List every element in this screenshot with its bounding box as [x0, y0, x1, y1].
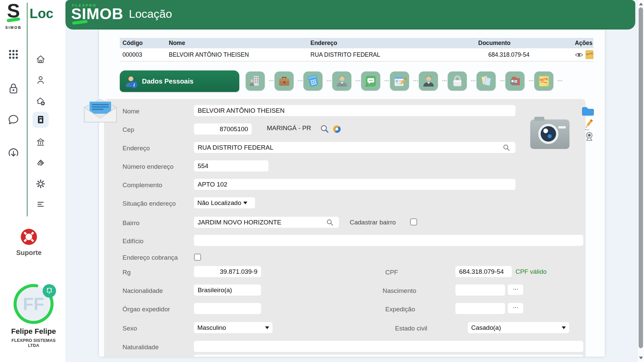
id-card-tab[interactable] [505, 71, 525, 91]
tab-overflow-dots [442, 80, 443, 81]
cadastrar-bairro-checkbox[interactable] [410, 218, 417, 225]
scroll-down-arrow-icon[interactable] [639, 357, 643, 359]
lock-button[interactable] [6, 81, 21, 96]
sexo-value: Masculino [197, 324, 226, 331]
person-info-icon: i [124, 74, 139, 90]
sidebar-item-document[interactable] [33, 112, 49, 128]
padlock-tab[interactable] [448, 71, 467, 91]
eye-icon[interactable] [575, 52, 583, 58]
briefcase-icon [278, 74, 291, 88]
tab-overflow-dots [500, 80, 501, 81]
situacao-endereco-select[interactable]: Não Localizado [194, 197, 255, 208]
nacionalidade-input[interactable] [194, 285, 261, 296]
col-nome: Nome [166, 40, 308, 47]
cep-locate-icon[interactable] [333, 125, 341, 134]
tab-overflow-dots [413, 80, 414, 81]
simob-logo[interactable]: S SIMOB [3, 1, 24, 30]
papers-icon [480, 74, 493, 88]
padlock-icon [451, 74, 464, 88]
sidebar-item-bank[interactable] [33, 134, 49, 150]
scroll-up-arrow-icon[interactable] [639, 3, 643, 5]
complemento-input[interactable] [194, 179, 515, 190]
estado-civil-select[interactable]: Casado(a) [468, 322, 569, 333]
form-pencil-tab[interactable] [390, 71, 409, 91]
orgao-expedidor-input[interactable] [194, 303, 261, 314]
support-button[interactable]: Suporte [9, 228, 48, 257]
scrollbar-thumb[interactable] [639, 7, 643, 348]
notification-badge[interactable] [43, 284, 56, 298]
papers-tab[interactable] [477, 71, 496, 91]
tab-active-label: Dados Pessoais [142, 77, 193, 85]
cpf-input[interactable] [455, 266, 512, 277]
expedicao-picker-button[interactable]: ... [508, 303, 523, 313]
pencil-icon[interactable] [583, 118, 595, 131]
person-suit-tab[interactable] [332, 71, 351, 91]
building-person-icon [249, 74, 262, 88]
user-name: Felipe Felipe [10, 327, 57, 336]
col-acoes: Ações [572, 40, 593, 47]
tab-overflow-dots [269, 80, 270, 81]
cep-input[interactable] [194, 123, 252, 135]
sidebar-item-settings[interactable] [33, 176, 49, 192]
download-button[interactable] [6, 146, 21, 160]
user-company: FLEXPRO SISTEMAS LTDA [10, 338, 57, 348]
expedicao-input[interactable] [455, 303, 505, 314]
sexo-label: Sexo [122, 323, 137, 334]
avatar[interactable]: FF [13, 283, 54, 324]
building-person-tab[interactable] [246, 71, 265, 91]
complemento-label: Complemento [122, 179, 162, 191]
photo-camera-icon[interactable] [530, 119, 569, 149]
nome-input[interactable] [194, 105, 515, 116]
cep-label: Cep [122, 124, 134, 135]
chat-message-tab[interactable] [361, 71, 380, 91]
endereco-cobranca-checkbox[interactable] [194, 254, 201, 261]
sticky-note-tab[interactable]: NOTE [534, 71, 553, 91]
folder-icon[interactable] [581, 106, 595, 116]
next-field-partial-input[interactable] [194, 355, 583, 357]
webcam-icon[interactable] [584, 131, 594, 141]
note-icon[interactable]: NOTE [586, 50, 593, 59]
sidebar-item-handshake[interactable] [33, 155, 49, 171]
tab-overflow-dots [471, 80, 472, 81]
rg-input[interactable] [194, 266, 261, 277]
tab-overflow-dots [529, 80, 530, 81]
form-pencil-icon [393, 74, 406, 88]
list-icon [36, 199, 46, 209]
vertical-scrollbar[interactable] [637, 0, 644, 362]
briefcase-tab[interactable] [275, 71, 294, 91]
nascimento-input[interactable] [455, 285, 505, 296]
cep-search-icon[interactable] [320, 124, 329, 134]
tab-dados-pessoais[interactable]: i Dados Pessoais [120, 70, 239, 92]
module-short-label: Loc [30, 6, 53, 21]
phone-tab[interactable] [303, 71, 323, 91]
sidebar-item-house-add[interactable] [33, 93, 49, 109]
person-dark-suit-tab[interactable] [419, 71, 438, 91]
table-row[interactable]: 000003 BELVOIR ANTÔNIO THEISEN RUA DISTR… [120, 48, 593, 61]
bairro-input[interactable] [194, 217, 339, 228]
content-panel: Código Nome Endereço Documento Ações 000… [99, 30, 605, 357]
endereco-search-icon[interactable] [503, 144, 510, 151]
bell-icon [44, 286, 54, 296]
user-profile[interactable]: FF Felipe Felipe FLEXPRO SISTEMAS LTDA [10, 283, 57, 348]
bairro-search-icon[interactable] [326, 219, 334, 226]
nome-label: Nome [122, 106, 140, 117]
naturalidade-input[interactable] [194, 341, 583, 352]
cell-endereco: RUA DISTRITO FEDERAL [308, 51, 476, 58]
estado-civil-value: Casado(a) [471, 324, 501, 331]
sidebar-item-list[interactable] [33, 196, 49, 212]
endereco-input[interactable] [194, 142, 515, 153]
sticky-note-icon: NOTE [537, 74, 551, 88]
sidebar-item-person[interactable] [33, 72, 49, 88]
numero-endereco-input[interactable] [194, 160, 268, 171]
chat-button[interactable] [6, 113, 21, 127]
tab-overflow-dots [298, 80, 299, 81]
nascimento-picker-button[interactable]: ... [508, 285, 523, 295]
cpf-status: CPF válido [515, 266, 547, 277]
estado-civil-label: Estado civil [395, 323, 427, 334]
sexo-select[interactable]: Masculino [194, 322, 273, 333]
download-icon [7, 146, 20, 160]
sidebar-item-home[interactable] [33, 51, 49, 67]
apps-grid-button[interactable] [6, 47, 21, 62]
edificio-input[interactable] [194, 235, 583, 246]
dados-pessoais-form: Nome Cep MARINGÁ - PR Endereço Número en… [104, 99, 586, 357]
